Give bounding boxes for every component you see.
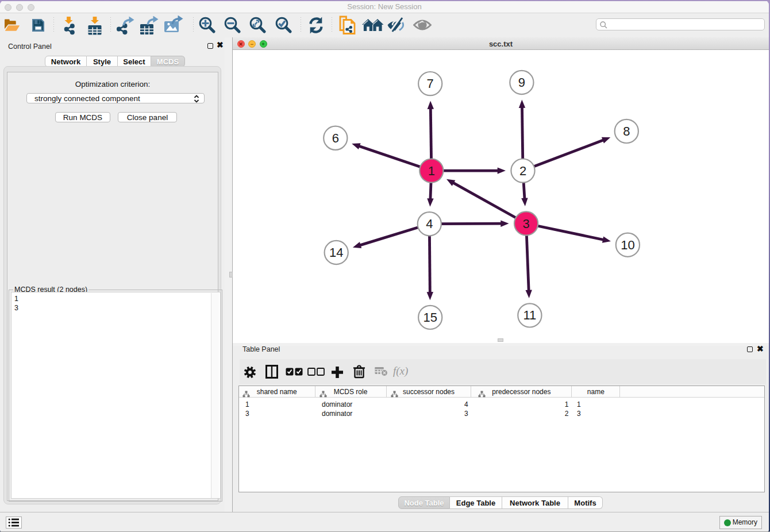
svg-text:6: 6: [332, 131, 339, 145]
svg-text:3: 3: [522, 217, 529, 231]
svg-text:2: 2: [519, 164, 526, 178]
svg-text:4: 4: [426, 217, 433, 231]
svg-text:15: 15: [423, 310, 437, 325]
svg-text:8: 8: [623, 124, 630, 138]
svg-text:7: 7: [427, 76, 434, 91]
svg-text:14: 14: [329, 245, 343, 260]
svg-text:1: 1: [428, 164, 435, 178]
svg-text:10: 10: [621, 238, 634, 252]
svg-text:11: 11: [523, 308, 536, 322]
svg-text:9: 9: [518, 75, 525, 90]
